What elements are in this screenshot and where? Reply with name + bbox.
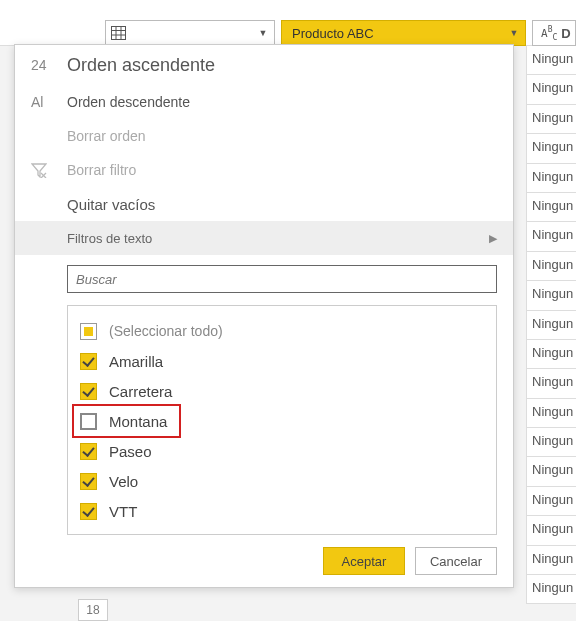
sort-asc-icon: 24	[31, 57, 67, 73]
chevron-right-icon: ▶	[489, 232, 497, 245]
checkbox-checked[interactable]	[80, 383, 97, 400]
data-cell: Ningun	[526, 487, 576, 516]
data-cell: Ningun	[526, 428, 576, 457]
accept-button[interactable]: Aceptar	[323, 547, 405, 575]
search-input[interactable]	[67, 265, 497, 293]
data-cell: Ningun	[526, 457, 576, 486]
select-all-row[interactable]: (Seleccionar todo)	[80, 316, 484, 346]
filter-item-label: Montana	[109, 413, 167, 430]
data-cell: Ningun	[526, 164, 576, 193]
column-header-1[interactable]: ▼	[105, 20, 275, 46]
sort-desc-label: Orden descendente	[67, 94, 190, 110]
filter-item-label: Carretera	[109, 383, 172, 400]
filter-item-label: Velo	[109, 473, 138, 490]
data-cell: Ningun	[526, 575, 576, 604]
remove-empty[interactable]: Quitar vacíos	[15, 187, 513, 221]
data-cell: Ningun	[526, 75, 576, 104]
checkbox-unchecked[interactable]	[80, 413, 97, 430]
checkbox-checked[interactable]	[80, 443, 97, 460]
data-cell: Ningun	[526, 516, 576, 545]
column-header-label: Producto ABC	[292, 26, 503, 41]
checkbox-partial[interactable]	[80, 323, 97, 340]
data-cell: Ningun	[526, 193, 576, 222]
chevron-down-icon: ▼	[252, 28, 274, 38]
row-number: 18	[78, 599, 108, 621]
filter-dropdown-popup: 24 Orden ascendente Al Orden descendente…	[14, 44, 514, 588]
chevron-down-icon: ▼	[503, 28, 525, 38]
svg-rect-0	[111, 27, 125, 40]
sort-desc-icon: Al	[31, 94, 67, 110]
data-cell: Ningun	[526, 340, 576, 369]
clear-sort: Borrar orden	[15, 119, 513, 153]
sort-asc-label: Orden ascendente	[67, 55, 215, 76]
clear-sort-label: Borrar orden	[67, 128, 146, 144]
checkbox-checked[interactable]	[80, 473, 97, 490]
data-column: NingunNingunNingunNingunNingunNingunNing…	[526, 46, 576, 604]
data-cell: Ningun	[526, 399, 576, 428]
sort-ascending[interactable]: 24 Orden ascendente	[15, 45, 513, 85]
text-filters-submenu[interactable]: Filtros de texto ▶	[15, 221, 513, 255]
data-cell: Ningun	[526, 134, 576, 163]
clear-filter: Borrar filtro	[15, 153, 513, 187]
filter-item-label: Paseo	[109, 443, 152, 460]
data-cell: Ningun	[526, 105, 576, 134]
column-header-producto[interactable]: Producto ABC ▼	[281, 20, 526, 46]
data-cell: Ningun	[526, 222, 576, 251]
cancel-button[interactable]: Cancelar	[415, 547, 497, 575]
filter-item-label: Amarilla	[109, 353, 163, 370]
data-cell: Ningun	[526, 252, 576, 281]
data-cell: Ningun	[526, 546, 576, 575]
column-header-3[interactable]: ABC D	[532, 20, 576, 46]
checkbox-checked[interactable]	[80, 353, 97, 370]
filter-item[interactable]: Montana	[74, 406, 179, 436]
text-filters-label: Filtros de texto	[67, 231, 152, 246]
clear-filter-label: Borrar filtro	[67, 162, 136, 178]
select-all-label: (Seleccionar todo)	[109, 323, 223, 339]
filter-values-list: (Seleccionar todo) AmarillaCarreteraMont…	[67, 305, 497, 535]
data-cell: Ningun	[526, 311, 576, 340]
column-header-label: D	[561, 26, 570, 41]
data-cell: Ningun	[526, 46, 576, 75]
clear-filter-icon	[31, 163, 67, 178]
sort-descending[interactable]: Al Orden descendente	[15, 85, 513, 119]
filter-item[interactable]: Amarilla	[80, 346, 484, 376]
filter-item[interactable]: VTT	[80, 496, 484, 526]
filter-item[interactable]: Carretera	[80, 376, 484, 406]
filter-item[interactable]: Velo	[80, 466, 484, 496]
data-cell: Ningun	[526, 281, 576, 310]
column-header-bar: ▼ Producto ABC ▼ ABC D	[0, 0, 576, 46]
remove-empty-label: Quitar vacíos	[67, 196, 155, 213]
filter-item[interactable]: Paseo	[80, 436, 484, 466]
table-icon	[106, 21, 130, 45]
checkbox-checked[interactable]	[80, 503, 97, 520]
filter-item-label: VTT	[109, 503, 137, 520]
data-cell: Ningun	[526, 369, 576, 398]
